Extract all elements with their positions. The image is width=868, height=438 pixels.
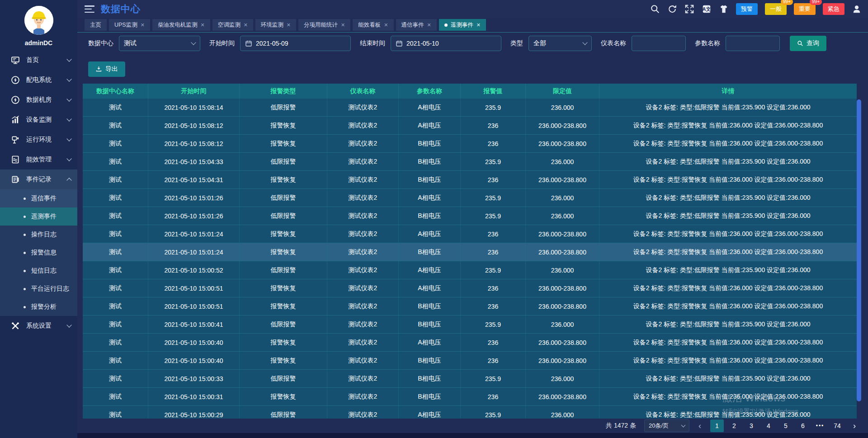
- close-icon[interactable]: ✕: [384, 22, 388, 28]
- tab-telemetry-events[interactable]: 遥测事件✕: [439, 19, 486, 31]
- table-cell: 235.9: [461, 370, 526, 387]
- page-size-select[interactable]: 20条/页: [644, 419, 689, 432]
- table-cell: 2021-05-10 15:01:26: [148, 189, 240, 207]
- page-button-6[interactable]: 6: [796, 419, 810, 432]
- datacenter-select[interactable]: 测试: [119, 36, 200, 51]
- translate-icon[interactable]: A文: [702, 4, 712, 14]
- tab-energy-board[interactable]: 能效看板✕: [353, 19, 393, 31]
- sidebar-subitem-alarm-analysis[interactable]: 报警分析: [0, 298, 77, 316]
- fullscreen-icon[interactable]: [684, 4, 694, 14]
- meter-name-field[interactable]: [637, 40, 681, 47]
- page-button-1[interactable]: 1: [710, 419, 724, 432]
- sidebar-item-operating-environment[interactable]: 运行环境: [0, 130, 77, 150]
- table-cell: 236: [461, 297, 526, 315]
- close-icon[interactable]: ✕: [200, 22, 204, 28]
- table-row[interactable]: 测试2021-05-10 15:08:12报警恢复测试仪表2A相电压236236…: [83, 117, 857, 135]
- page-button-5[interactable]: 5: [779, 419, 793, 432]
- table-cell: 236.000-238.800: [526, 352, 599, 369]
- table-cell: 235.9: [461, 153, 526, 170]
- table-row[interactable]: 测试2021-05-10 15:00:33低限报警测试仪表2B相电压235.92…: [83, 370, 857, 388]
- close-icon[interactable]: ✕: [427, 22, 431, 28]
- important-alert-button[interactable]: 重要99+: [794, 3, 816, 15]
- badge-count: 99+: [810, 0, 822, 5]
- sidebar-item-device-monitoring[interactable]: 设备监测: [0, 110, 77, 130]
- sidebar-item-power-distribution[interactable]: 配电系统: [0, 70, 77, 90]
- table-row[interactable]: 测试2021-05-10 15:01:24报警恢复测试仪表2A相电压236236…: [83, 225, 857, 243]
- table-row[interactable]: 测试2021-05-10 15:00:51报警恢复测试仪表2A相电压236236…: [83, 279, 857, 297]
- meter-name-input[interactable]: [632, 36, 686, 51]
- calendar-icon: [245, 40, 252, 47]
- page-button-4[interactable]: 4: [762, 419, 775, 432]
- theme-icon[interactable]: [719, 4, 729, 14]
- sidebar-item-energy-management[interactable]: 能效管理: [0, 150, 77, 170]
- tab-comm-events[interactable]: 通信事件✕: [396, 19, 437, 31]
- tab-diesel-generator[interactable]: 柴油发电机监测✕: [152, 19, 210, 31]
- page-button-2[interactable]: 2: [727, 419, 741, 432]
- table-row[interactable]: 测试2021-05-10 15:00:51报警恢复测试仪表2B相电压236236…: [83, 297, 857, 316]
- user-icon[interactable]: [852, 4, 862, 14]
- end-date-input[interactable]: 2021-05-10: [391, 36, 501, 51]
- sidebar-item-event-records[interactable]: 事件记录: [0, 170, 77, 189]
- tab-ups-monitoring[interactable]: UPS监测✕: [109, 19, 150, 31]
- next-page-button[interactable]: ›: [848, 419, 861, 432]
- sidebar-subitem-telemetry-events[interactable]: 遥测事件: [0, 207, 77, 226]
- table-row[interactable]: 测试2021-05-10 15:08:14低限报警测试仪表2A相电压235.92…: [83, 99, 857, 117]
- page-button-74[interactable]: 74: [830, 419, 844, 432]
- start-date-input[interactable]: 2021-05-09: [240, 36, 351, 51]
- query-button[interactable]: 查询: [790, 36, 826, 51]
- table-row[interactable]: 测试2021-05-10 15:01:26低限报警测试仪表2B相电压235.92…: [83, 207, 857, 225]
- sidebar-item-data-room[interactable]: 数据机房: [0, 90, 77, 110]
- sidebar-subitem-sms-logs[interactable]: 短信日志: [0, 262, 77, 280]
- export-button[interactable]: 导出: [88, 61, 125, 77]
- tab-ac-monitoring[interactable]: 空调监测✕: [212, 19, 253, 31]
- table-cell: 236.000: [526, 406, 599, 419]
- general-alert-button[interactable]: 一般99+: [765, 3, 787, 15]
- close-icon[interactable]: ✕: [287, 22, 291, 28]
- tab-env-monitoring[interactable]: 环境监测✕: [255, 19, 296, 31]
- urgent-alert-button[interactable]: 紧急: [823, 3, 844, 15]
- tab-energy-stats[interactable]: 分项用能统计✕: [298, 19, 350, 31]
- table-cell: 设备2 标签: 类型:低限报警 当前值:235.900 设定值:236.000: [599, 153, 857, 170]
- table-row[interactable]: 测试2021-05-10 15:01:24报警恢复测试仪表2B相电压236236…: [83, 243, 857, 261]
- close-icon[interactable]: ✕: [476, 22, 481, 28]
- refresh-icon[interactable]: [667, 4, 677, 14]
- table-cell: 设备2 标签: 类型:报警恢复 当前值:236.000 设定值:236.000-…: [599, 171, 857, 188]
- table-row[interactable]: 测试2021-05-10 15:00:52低限报警测试仪表2A相电压235.92…: [83, 261, 857, 279]
- type-select[interactable]: 全部: [528, 36, 592, 51]
- total-count: 共 1472 条: [606, 422, 636, 430]
- sidebar-item-label: 系统设置: [26, 322, 67, 330]
- sidebar: adminDC 首页配电系统数据机房设备监测运行环境能效管理事件记录遥信事件遥测…: [0, 0, 77, 438]
- sidebar-item-system-settings[interactable]: 系统设置: [0, 316, 77, 336]
- search-icon[interactable]: [650, 4, 660, 14]
- tab-home[interactable]: 主页: [85, 19, 107, 31]
- sidebar-subitem-platform-logs[interactable]: 平台运行日志: [0, 280, 77, 298]
- table-row[interactable]: 测试2021-05-10 15:00:40报警恢复测试仪表2B相电压236236…: [83, 352, 857, 370]
- menu-collapse-icon[interactable]: [85, 5, 94, 13]
- close-icon[interactable]: ✕: [341, 22, 345, 28]
- table-row[interactable]: 测试2021-05-10 15:00:40报警恢复测试仪表2A相电压236236…: [83, 334, 857, 352]
- table-row[interactable]: 测试2021-05-10 15:04:33低限报警测试仪表2B相电压235.92…: [83, 153, 857, 171]
- page-button-3[interactable]: 3: [745, 419, 758, 432]
- table-row[interactable]: 测试2021-05-10 15:00:29低限报警测试仪表2A相电压235.92…: [83, 406, 857, 419]
- table-cell: 2021-05-10 15:01:24: [148, 243, 240, 261]
- prev-page-button[interactable]: ‹: [693, 419, 707, 432]
- table-cell: A相电压: [399, 225, 461, 243]
- warning-alert-button[interactable]: 预警: [736, 3, 758, 15]
- sidebar-item-home[interactable]: 首页: [0, 50, 77, 70]
- table-row[interactable]: 测试2021-05-10 15:01:26低限报警测试仪表2A相电压235.92…: [83, 189, 857, 207]
- table-row[interactable]: 测试2021-05-10 15:00:31报警恢复测试仪表2B相电压236236…: [83, 388, 857, 406]
- sidebar-subitem-remote-signal-events[interactable]: 遥信事件: [0, 189, 77, 207]
- sidebar-item-label: 设备监测: [26, 116, 67, 124]
- close-icon[interactable]: ✕: [244, 22, 248, 28]
- table-scrollbar[interactable]: [857, 99, 861, 401]
- user-avatar[interactable]: [24, 6, 53, 35]
- table-row[interactable]: 测试2021-05-10 15:08:12报警恢复测试仪表2B相电压236236…: [83, 135, 857, 153]
- table-row[interactable]: 测试2021-05-10 15:00:41低限报警测试仪表2B相电压235.92…: [83, 316, 857, 334]
- param-name-field[interactable]: [731, 40, 775, 47]
- table-row[interactable]: 测试2021-05-10 15:04:31报警恢复测试仪表2B相电压236236…: [83, 171, 857, 189]
- close-icon[interactable]: ✕: [141, 22, 145, 28]
- sidebar-subitem-operation-logs[interactable]: 操作日志: [0, 226, 77, 244]
- param-name-input[interactable]: [726, 36, 780, 51]
- table-cell: 235.9: [461, 207, 526, 225]
- sidebar-subitem-alarm-info[interactable]: 报警信息: [0, 244, 77, 262]
